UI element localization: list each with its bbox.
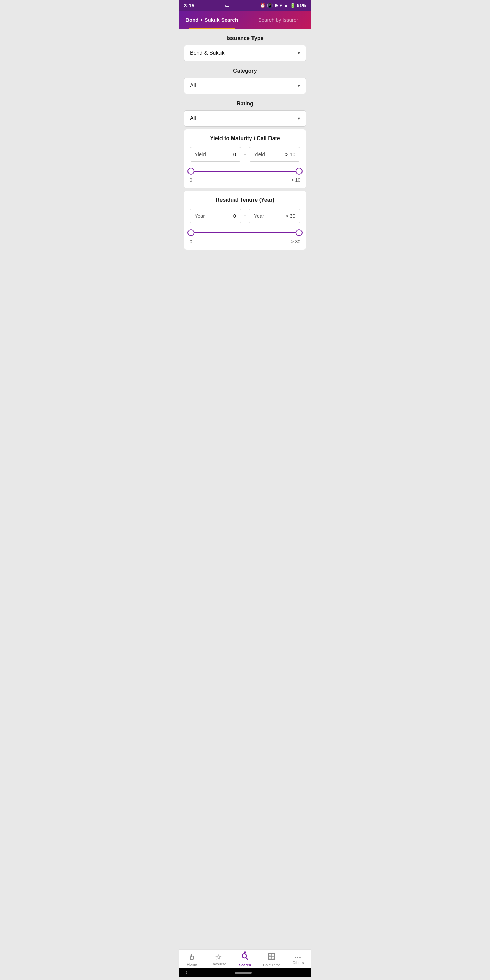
status-icons: ⏰ 📳 ⊖ ▾ ▲ 🔋 51% xyxy=(260,3,306,8)
tenure-range-min-label: 0 xyxy=(189,239,192,244)
tenure-range-card: Residual Tenure (Year) Year 0 - Year > 3… xyxy=(184,191,306,250)
issuance-type-chevron-icon: ▾ xyxy=(298,50,300,56)
tenure-max-box[interactable]: Year > 30 xyxy=(249,208,301,223)
yield-max-box[interactable]: Yield > 10 xyxy=(249,147,301,162)
screen-icon: ▭ xyxy=(225,3,229,8)
rating-chevron-icon: ▾ xyxy=(298,116,300,121)
category-chevron-icon: ▾ xyxy=(298,83,300,89)
rating-label: Rating xyxy=(184,101,306,107)
screen-wrapper: 3:15 ▭ ⏰ 📳 ⊖ ▾ ▲ 🔋 51% Bond + Sukuk Sear… xyxy=(179,0,311,277)
rating-dropdown[interactable]: All ▾ xyxy=(184,110,306,127)
yield-min-label: Yield xyxy=(195,151,206,157)
category-value: All xyxy=(190,83,196,89)
dnd-icon: ⊖ xyxy=(274,3,278,8)
yield-card-title: Yield to Maturity / Call Date xyxy=(189,135,301,142)
alarm-icon: ⏰ xyxy=(260,3,266,8)
yield-range-labels: 0 > 10 xyxy=(189,177,301,183)
tenure-min-box[interactable]: Year 0 xyxy=(189,208,241,223)
tab-bond-search[interactable]: Bond + Sukuk Search xyxy=(179,11,245,29)
wifi-icon: ▾ xyxy=(280,3,282,8)
tenure-min-label: Year xyxy=(195,213,205,219)
issuance-type-value: Bond & Sukuk xyxy=(190,50,224,56)
tenure-inputs: Year 0 - Year > 30 xyxy=(189,208,301,223)
tenure-max-value: > 30 xyxy=(285,213,295,219)
yield-min-value: 0 xyxy=(234,151,236,157)
header-tabs: Bond + Sukuk Search Search by Issurer xyxy=(179,11,311,29)
category-label: Category xyxy=(184,68,306,74)
yield-slider-thumb-left[interactable] xyxy=(188,168,194,175)
status-time: 3:15 xyxy=(184,3,194,8)
status-bar: 3:15 ▭ ⏰ 📳 ⊖ ▾ ▲ 🔋 51% xyxy=(179,0,311,11)
yield-inputs: Yield 0 - Yield > 10 xyxy=(189,147,301,162)
tenure-min-value: 0 xyxy=(234,213,236,219)
rating-value: All xyxy=(190,115,196,121)
tenure-card-title: Residual Tenure (Year) xyxy=(189,197,301,203)
yield-min-box[interactable]: Yield 0 xyxy=(189,147,241,162)
tenure-slider-track xyxy=(191,232,299,234)
yield-range-min-label: 0 xyxy=(189,177,192,183)
yield-slider-track xyxy=(191,171,299,172)
tenure-range-labels: 0 > 30 xyxy=(189,239,301,244)
yield-slider[interactable] xyxy=(191,166,299,176)
yield-max-label: Yield xyxy=(254,151,265,157)
tenure-range-max-label: > 30 xyxy=(291,239,301,244)
category-dropdown[interactable]: All ▾ xyxy=(184,78,306,94)
signal-icon: ▲ xyxy=(284,3,288,8)
tab-issuer-search[interactable]: Search by Issurer xyxy=(245,11,311,29)
yield-max-value: > 10 xyxy=(285,151,295,157)
issuance-type-label: Issuance Type xyxy=(184,35,306,41)
issuance-type-dropdown[interactable]: Bond & Sukuk ▾ xyxy=(184,45,306,61)
yield-range-card: Yield to Maturity / Call Date Yield 0 - … xyxy=(184,129,306,188)
tenure-separator: - xyxy=(244,212,246,220)
yield-slider-thumb-right[interactable] xyxy=(296,168,302,175)
tenure-max-label: Year xyxy=(254,213,264,219)
vibrate-icon: 📳 xyxy=(267,3,272,8)
main-content: Issuance Type Bond & Sukuk ▾ Category Al… xyxy=(179,29,311,277)
tenure-slider-thumb-left[interactable] xyxy=(188,229,194,236)
tenure-slider-thumb-right[interactable] xyxy=(296,229,302,236)
yield-range-max-label: > 10 xyxy=(291,177,301,183)
yield-separator: - xyxy=(244,151,246,158)
battery-level: 51% xyxy=(297,3,306,8)
battery-icon: 🔋 xyxy=(290,3,295,8)
tenure-slider[interactable] xyxy=(191,228,299,237)
